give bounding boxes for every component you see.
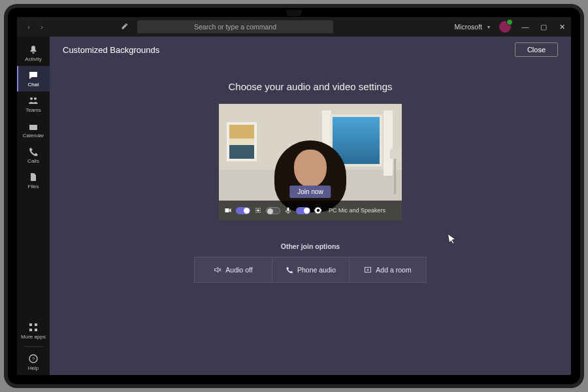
svg-rect-5 <box>35 323 37 326</box>
svg-point-12 <box>259 208 261 209</box>
sidebar-item-calls[interactable]: Calls <box>17 142 50 168</box>
sidebar-item-help[interactable]: ? Help <box>17 350 50 375</box>
sidebar-item-label: Calendar <box>23 133 44 139</box>
tablet-camera <box>286 10 302 16</box>
sidebar-item-more-apps[interactable]: More apps <box>17 318 50 344</box>
svg-rect-6 <box>29 329 32 331</box>
sidebar-item-chat[interactable]: Chat <box>17 66 50 91</box>
search-input[interactable]: Search or type a command <box>137 20 333 33</box>
audio-device-label[interactable]: PC Mic and Speakers <box>329 207 385 214</box>
history-nav: ‹ › <box>17 23 54 31</box>
teams-icon <box>28 95 39 106</box>
svg-text:?: ? <box>32 356 35 362</box>
gear-icon[interactable] <box>314 206 322 214</box>
prejoin-heading: Choose your audio and video settings <box>228 81 392 92</box>
minimize-button[interactable]: — <box>516 23 534 31</box>
panel-close-button[interactable]: Close <box>515 42 558 57</box>
room-icon <box>364 266 372 274</box>
phone-icon <box>286 266 293 274</box>
search-placeholder: Search or type a command <box>194 23 276 31</box>
phone-icon <box>28 146 39 157</box>
preview-controls: PC Mic and Speakers <box>219 201 402 220</box>
svg-rect-4 <box>29 323 32 326</box>
avatar[interactable] <box>499 21 511 33</box>
main-panel: Customized Backgrounds Close Choose your… <box>50 37 571 375</box>
svg-point-1 <box>34 97 37 100</box>
chat-icon <box>28 70 39 80</box>
svg-point-14 <box>257 210 259 212</box>
calendar-icon <box>28 121 39 131</box>
speaker-off-icon <box>214 266 221 274</box>
camera-icon <box>224 206 232 214</box>
apps-icon <box>28 322 39 333</box>
sidebar-item-label: Help <box>28 365 39 371</box>
sidebar-item-activity[interactable]: Activity <box>17 41 50 66</box>
titlebar: ‹ › Search or type a command Microsoft ▾… <box>17 17 571 37</box>
wall-art <box>227 122 257 161</box>
sidebar-item-label: Activity <box>25 56 41 62</box>
svg-point-16 <box>255 212 257 213</box>
svg-point-13 <box>255 210 257 211</box>
app-sidebar: Activity Chat Teams Calendar Calls <box>17 37 50 375</box>
nav-forward-icon[interactable]: › <box>37 23 47 31</box>
join-now-button[interactable]: Join now <box>289 186 331 198</box>
svg-point-18 <box>259 212 261 213</box>
sidebar-item-label: Chat <box>28 82 39 88</box>
panel-title: Customized Backgrounds <box>63 45 159 55</box>
bell-icon <box>28 44 39 55</box>
file-icon <box>28 172 39 182</box>
svg-point-10 <box>255 208 257 209</box>
floor-lamp <box>389 148 402 194</box>
other-join-options: Audio off Phone audio Add a room <box>194 257 427 283</box>
app-window: ‹ › Search or type a command Microsoft ▾… <box>17 17 571 375</box>
option-label: Add a room <box>376 266 411 274</box>
tablet-frame: ‹ › Search or type a command Microsoft ▾… <box>8 8 580 384</box>
svg-rect-3 <box>29 123 37 125</box>
org-label[interactable]: Microsoft <box>454 23 483 31</box>
svg-point-11 <box>257 208 259 209</box>
sidebar-divider <box>24 346 43 347</box>
add-room-option[interactable]: Add a room <box>349 257 426 282</box>
sidebar-item-label: More apps <box>21 334 46 340</box>
sidebar-item-label: Files <box>28 184 39 189</box>
mic-icon <box>284 206 292 214</box>
option-label: Phone audio <box>297 266 336 274</box>
sidebar-item-calendar[interactable]: Calendar <box>17 117 50 142</box>
panel-header: Customized Backgrounds Close <box>50 37 571 63</box>
sidebar-item-files[interactable]: Files <box>17 168 50 193</box>
close-window-button[interactable]: ✕ <box>553 23 571 31</box>
phone-audio-option[interactable]: Phone audio <box>272 257 349 282</box>
camera-toggle[interactable] <box>236 207 250 214</box>
sidebar-item-label: Teams <box>25 107 41 113</box>
other-options-heading: Other join options <box>281 242 340 250</box>
nav-back-icon[interactable]: ‹ <box>24 23 34 31</box>
background-blur-toggle[interactable] <box>266 207 280 214</box>
option-label: Audio off <box>225 266 252 274</box>
sidebar-item-label: Calls <box>27 158 39 164</box>
maximize-button[interactable]: ▢ <box>534 23 553 31</box>
svg-rect-7 <box>35 329 37 331</box>
mic-toggle[interactable] <box>296 207 310 214</box>
audio-off-option[interactable]: Audio off <box>195 257 272 282</box>
svg-point-17 <box>257 212 259 213</box>
svg-point-0 <box>30 97 33 100</box>
video-preview: Join now PC Mic and Speakers <box>219 104 402 220</box>
compose-icon[interactable] <box>119 22 131 31</box>
sidebar-item-teams[interactable]: Teams <box>17 91 50 117</box>
svg-point-15 <box>259 210 261 211</box>
help-icon: ? <box>28 353 39 364</box>
background-blur-icon <box>254 206 262 214</box>
chevron-down-icon[interactable]: ▾ <box>483 24 494 30</box>
prejoin-content: Choose your audio and video settings <box>50 63 571 375</box>
